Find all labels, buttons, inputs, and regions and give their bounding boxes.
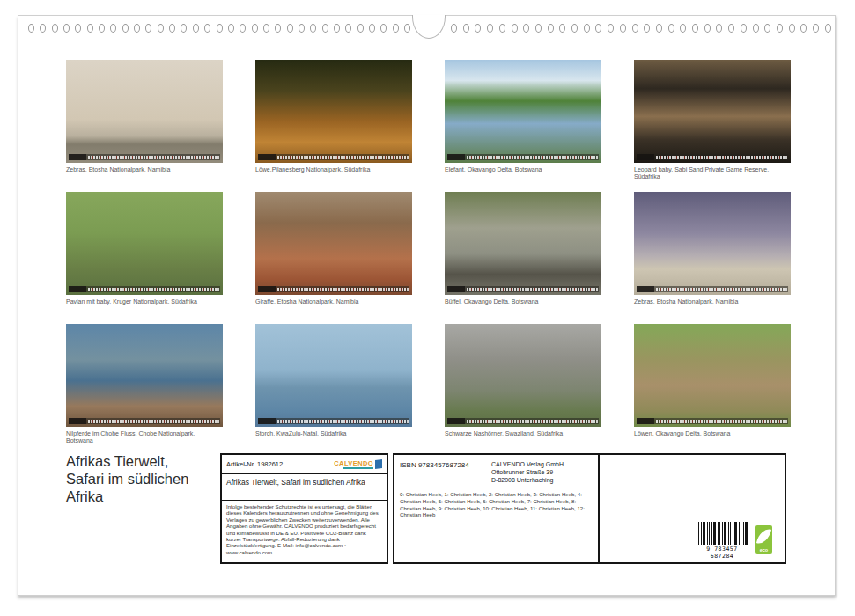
binding-ring [620,24,626,33]
photo-caption: Büffel, Okavango Delta, Botswana [445,298,601,305]
photo-caption: Elefant, Okavango Delta, Botswana [445,166,601,173]
date-strip [258,154,409,160]
date-strip [447,286,599,292]
calendar-month-cell: Löwen, Okavango Delta, Botswana [634,324,791,437]
eco-logo: eco [755,525,772,554]
spiral-binding-left [28,23,410,33]
binding-ring [800,24,807,33]
address-line: Ottobrunner Straße 39 [491,469,564,477]
photo-buffalo-water [445,192,601,295]
binding-ring [28,24,34,33]
binding-ring [158,24,164,33]
binding-ring [595,24,601,33]
date-strip [637,154,788,160]
date-strip [637,418,788,424]
photo-caption: Storch, KwaZulu-Natal, Südafrika [255,430,412,437]
binding-ring [334,24,340,33]
binding-ring [548,24,554,33]
binding-ring [287,24,293,33]
title-line: Safari im südlichen [66,470,225,488]
legal-text: Infolge bestehender Schutzrechte ist es … [222,501,387,558]
product-info-header: Artikel-Nr. 1982612 CALVENDO [222,455,387,474]
calendar-month-cell: Zebras, Etosha Nationalpark, Namibia [634,192,791,305]
calendar-month-cell: Pavian mit baby, Kruger Nationalpark, Sü… [66,192,223,305]
binding-ring [487,24,493,33]
calvendo-flag-icon [375,459,382,469]
title-line: Afrikas Tierwelt, [66,452,225,470]
binding-ring [499,24,505,33]
binding-ring [632,24,638,33]
publisher-address: CALVENDO Verlag GmbH Ottobrunner Straße … [491,461,564,484]
photo-stork-flying [255,324,412,427]
date-strip [258,286,409,292]
photo-giraffe-drinking [255,192,412,295]
binding-ring [571,24,578,33]
binding-ring [369,24,375,33]
date-strip [69,154,220,160]
binding-ring [169,24,175,33]
binding-ring [193,24,199,33]
date-strip [258,418,409,424]
binding-ring [668,24,674,33]
photo-caption: Löwen, Okavango Delta, Botswana [634,430,791,437]
calvendo-logo-text-block: CALVENDO [334,459,373,470]
calendar-month-cell: Nilpferde im Chobe Fluss, Chobe National… [66,324,223,444]
binding-ring [263,24,269,33]
binding-ring [692,24,698,33]
binding-ring [559,24,565,33]
calendar-month-cell: Büffel, Okavango Delta, Botswana [445,192,601,305]
photo-caption: Schwarze Nashörner, Swaziland, Südafrika [445,430,601,437]
binding-ring [87,24,93,33]
barcode-cell: 9 783457 687284 eco [600,455,785,562]
binding-ring [463,24,469,33]
photo-baboon-baby [66,192,223,295]
binding-ring [704,24,711,33]
photo-caption: Leopard baby, Sabi Sand Private Game Res… [634,166,791,180]
photo-caption: Giraffe, Etosha Nationalpark, Namibia [255,298,412,305]
binding-ring [99,24,105,33]
binding-ring [145,24,151,33]
binding-ring [680,24,686,33]
address-line: D-82008 Unterhaching [491,477,564,485]
binding-ring [741,24,747,33]
binding-ring [764,24,770,33]
photo-hippos-river [66,324,223,427]
photo-leopard-baby [634,60,791,163]
address-line: CALVENDO Verlag GmbH [491,461,564,469]
photo-zebras-drinking [66,60,223,163]
binding-ring [181,24,187,33]
photo-lions-pair [634,324,791,427]
binding-ring [523,24,529,33]
binding-ring [299,24,305,33]
spiral-binding-right [451,23,831,33]
isbn-text: ISBN 9783457687284 [400,461,491,484]
photo-credits: 0: Christian Heeb, 1: Christian Heeb, 2:… [400,491,585,517]
calvendo-wordmark: CALVENDO [334,459,373,467]
date-strip [69,418,220,424]
binding-ring [345,24,351,33]
binding-ring [512,24,518,33]
barcode-number: 9 783457 687284 [697,546,748,560]
binding-ring [63,24,70,33]
photo-caption: Nilpferde im Chobe Fluss, Chobe National… [66,430,223,444]
binding-ring [584,24,590,33]
binding-ring [275,24,281,33]
title-line: Afrika [66,488,225,505]
binding-ring [380,24,387,33]
photo-caption: Zebras, Etosha Nationalpark, Namibia [66,166,223,173]
binding-ring [240,24,246,33]
binding-ring [110,24,116,33]
calendar-month-cell: Löwe,Pilanesberg Nationalpark, Südafrika [255,60,412,173]
calendar-month-cell: Leopard baby, Sabi Sand Private Game Res… [634,60,791,180]
barcode-bars [697,522,748,545]
binding-ring [656,24,662,33]
calendar-month-cell: Elefant, Okavango Delta, Botswana [445,60,601,173]
binding-ring [393,24,399,33]
publisher-cell: ISBN 9783457687284 CALVENDO Verlag GmbH … [394,455,600,562]
binding-ring [75,24,81,33]
binding-ring [204,24,210,33]
eco-label: eco [755,547,772,553]
binding-ring [40,24,46,33]
ean-barcode: 9 783457 687284 [697,522,748,560]
photo-caption: Zebras, Etosha Nationalpark, Namibia [634,298,791,305]
